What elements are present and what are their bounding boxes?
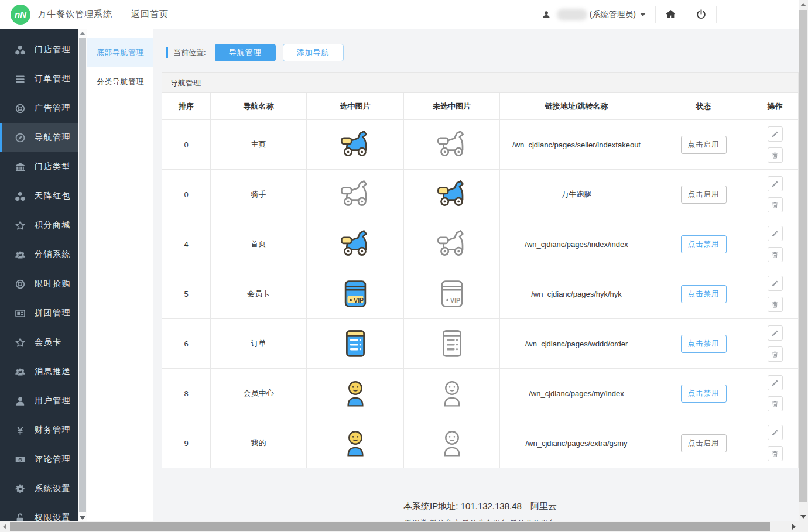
status-toggle-button[interactable]: 点击启用 xyxy=(681,434,727,452)
status-toggle-button[interactable]: 点击禁用 xyxy=(681,335,727,353)
selected-image-cell xyxy=(307,219,404,269)
row-link: /wn_cjdianc/pages/index/index xyxy=(500,219,653,269)
sidebar-item-user-management[interactable]: 用户管理 xyxy=(0,386,78,416)
edit-button[interactable] xyxy=(768,226,783,241)
delete-button[interactable] xyxy=(768,446,783,461)
bars-icon xyxy=(13,74,27,85)
row-nav-name: 首页 xyxy=(211,219,307,269)
sidebar-item-label: 限时抢购 xyxy=(35,279,71,289)
subnav-item-bottom-nav-management[interactable]: 底部导航管理 xyxy=(87,38,153,67)
compass-icon xyxy=(13,132,27,143)
delete-button[interactable] xyxy=(768,197,783,212)
sidebar-item-navigation-management[interactable]: 导航管理 xyxy=(0,123,78,152)
delete-button[interactable] xyxy=(768,297,783,312)
unselected-image-cell xyxy=(404,269,500,318)
column-header: 链接地址/跳转名称 xyxy=(500,93,653,119)
user-menu[interactable]: (系统管理员) xyxy=(542,9,646,20)
add-nav-button[interactable]: 添加导航 xyxy=(283,44,344,61)
row-order: 8 xyxy=(162,369,211,418)
horizontal-scrollbar-thumb[interactable] xyxy=(10,522,770,531)
sidebar-item-message-push[interactable]: 消息推送 xyxy=(0,357,78,386)
sidebar-item-group-buy[interactable]: 拼团管理 xyxy=(0,298,78,328)
nav-management-button[interactable]: 导航管理 xyxy=(215,44,276,61)
sidebar-item-flash-sale[interactable]: 限时抢购 xyxy=(0,269,78,298)
status-toggle-button[interactable]: 点击禁用 xyxy=(681,235,727,253)
status-toggle-button[interactable]: 点击启用 xyxy=(681,136,727,154)
sidebar-item-system-settings[interactable]: 系统设置 xyxy=(0,474,78,503)
vipcard-gray-icon xyxy=(436,278,468,310)
scroll-right-arrow-icon[interactable] xyxy=(792,524,796,530)
sidebar-item-label: 导航管理 xyxy=(35,132,71,143)
sidebar-item-permission-settings[interactable]: 权限设置 xyxy=(0,503,78,521)
edit-button[interactable] xyxy=(768,425,783,440)
actions-cell xyxy=(754,369,796,418)
page-horizontal-scrollbar[interactable] xyxy=(0,521,799,532)
vipcard-color-icon xyxy=(340,278,371,310)
status-toggle-button[interactable]: 点击禁用 xyxy=(681,385,727,403)
status-toggle-button[interactable]: 点击禁用 xyxy=(681,285,727,303)
actions-cell xyxy=(754,120,796,169)
sidebar-item-label: 评论管理 xyxy=(35,454,71,465)
logout-button[interactable] xyxy=(696,9,707,20)
row-link: /wn_cjdianc/pages/my/index xyxy=(500,369,653,418)
bank-icon xyxy=(13,162,27,173)
sidebar-item-distribution-system[interactable]: 分销系统 xyxy=(0,240,78,269)
delete-button[interactable] xyxy=(768,396,783,411)
pencil-icon xyxy=(771,180,779,188)
cubes-icon xyxy=(13,44,27,56)
sidebar-item-label: 会员卡 xyxy=(35,337,62,348)
actions-cell xyxy=(754,219,796,269)
page-vertical-scrollbar[interactable] xyxy=(799,0,808,521)
subnav-item-category-nav-management[interactable]: 分类导航管理 xyxy=(87,67,153,97)
sidebar-item-red-packet[interactable]: 天降红包 xyxy=(0,181,78,211)
trash-icon xyxy=(771,201,779,209)
scroll-up-arrow-icon[interactable] xyxy=(80,32,85,35)
sidebar-item-store-management[interactable]: 门店管理 xyxy=(0,35,78,64)
scroll-left-arrow-icon[interactable] xyxy=(3,524,6,530)
scroll-down-arrow-icon[interactable] xyxy=(800,515,806,519)
sidebar-item-store-type[interactable]: 门店类型 xyxy=(0,152,78,181)
sidebar-item-points-mall[interactable]: 积分商城 xyxy=(0,211,78,240)
sidebar-item-label: 广告管理 xyxy=(35,103,71,114)
person-color-icon xyxy=(340,427,371,459)
edit-button[interactable] xyxy=(768,176,783,191)
table-header-row: 排序导航名称选中图片未选中图片链接地址/跳转名称状态操作 xyxy=(162,93,798,120)
sidebar-item-ad-management[interactable]: 广告管理 xyxy=(0,94,78,123)
vertical-scrollbar-thumb[interactable] xyxy=(799,10,807,502)
power-icon xyxy=(696,9,707,20)
home-button[interactable] xyxy=(665,9,676,20)
sidebar-scrollbar[interactable] xyxy=(78,29,87,521)
back-home-link[interactable]: 返回首页 xyxy=(131,9,169,20)
sidebar-item-order-management[interactable]: 订单管理 xyxy=(0,64,78,94)
delete-button[interactable] xyxy=(768,147,783,163)
edit-button[interactable] xyxy=(768,375,783,390)
edit-button[interactable] xyxy=(768,126,783,142)
row-nav-name: 会员中心 xyxy=(211,369,307,418)
sidebar-item-member-card[interactable]: 会员卡 xyxy=(0,328,78,357)
delete-button[interactable] xyxy=(768,346,783,362)
top-header: nN 万牛餐饮管理系统 返回首页 (系统管理员) xyxy=(0,0,808,29)
delete-button[interactable] xyxy=(768,247,783,262)
row-link: /wn_cjdianc/pages/extra/gsmy xyxy=(500,418,653,468)
unselected-image-cell xyxy=(404,120,500,169)
status-toggle-button[interactable]: 点击启用 xyxy=(681,186,727,204)
edit-button[interactable] xyxy=(768,325,783,341)
home-icon xyxy=(665,9,676,20)
scooter-color-icon xyxy=(340,228,371,260)
sidebar-item-comment-management[interactable]: 评论管理 xyxy=(0,445,78,474)
sidebar-item-label: 拼团管理 xyxy=(35,308,71,318)
yen-icon xyxy=(13,425,27,436)
selected-image-cell xyxy=(307,418,404,468)
sidebar-item-finance-management[interactable]: 财务管理 xyxy=(0,416,78,445)
table-row: 4 首页 /wn_cjdianc/pages/index/index 点击禁用 xyxy=(162,219,798,269)
footer-ip: 本系统IP地址: 101.132.138.48 阿里云 xyxy=(162,501,799,512)
sidebar-scrollbar-thumb[interactable] xyxy=(79,38,86,512)
selected-image-cell xyxy=(307,120,404,169)
header-left: nN 万牛餐饮管理系统 返回首页 xyxy=(11,5,182,25)
scroll-up-arrow-icon[interactable] xyxy=(800,3,806,6)
cubes-icon xyxy=(13,191,27,202)
user-icon xyxy=(542,10,551,19)
edit-button[interactable] xyxy=(768,276,783,291)
scroll-down-arrow-icon[interactable] xyxy=(80,516,85,520)
status-cell: 点击启用 xyxy=(653,120,754,169)
